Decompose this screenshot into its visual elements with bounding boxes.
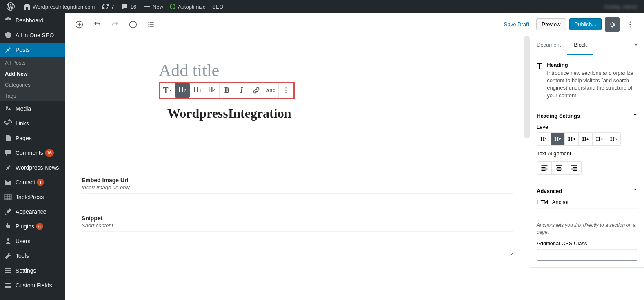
sidebar-item-aio-seo[interactable]: All in One SEO	[0, 28, 65, 43]
updates-count: 7	[111, 4, 114, 10]
outline-button[interactable]	[144, 17, 158, 32]
close-inspector-button[interactable]: ✕	[628, 36, 644, 55]
submenu-all-posts[interactable]: All Posts	[0, 57, 65, 68]
embed-image-hint: Insert Image url only	[82, 184, 513, 190]
link-button[interactable]	[249, 83, 264, 98]
sidebar-item-media[interactable]: Media	[0, 101, 65, 116]
block-more-button[interactable]	[279, 83, 293, 98]
sidebar-item-users[interactable]: Users	[0, 234, 65, 249]
shield-icon	[4, 31, 12, 39]
seo-link[interactable]: SEO	[209, 0, 227, 13]
editor-body[interactable]: Add title T H2 H3 H4 B I ABC	[65, 36, 530, 300]
info-button[interactable]	[126, 17, 140, 32]
sidebar-item-plugins[interactable]: Plugins6	[0, 219, 65, 234]
media-icon	[4, 105, 12, 113]
settings-gear-button[interactable]	[605, 17, 620, 32]
heading-block[interactable]: WordpressIntegration	[159, 99, 436, 128]
autoptimize-link[interactable]: Autoptimize	[167, 0, 209, 13]
submenu-tags[interactable]: Tags	[0, 90, 65, 101]
svg-point-6	[629, 21, 631, 22]
level-label: Level	[537, 124, 637, 130]
sidebar-item-contact[interactable]: Contact1	[0, 175, 65, 190]
autoptimize-icon	[170, 4, 175, 9]
preview-button[interactable]: Preview	[536, 18, 566, 30]
tab-document[interactable]: Document	[530, 36, 567, 55]
more-options-button[interactable]	[623, 17, 637, 32]
align-left-button[interactable]	[537, 162, 552, 174]
sidebar-item-pages[interactable]: Pages	[0, 131, 65, 146]
alignment-label: Text Alignment	[537, 150, 637, 157]
bold-button[interactable]: B	[220, 83, 234, 98]
sidebar-item-links[interactable]: Links	[0, 116, 65, 131]
sidebar-label: Appearance	[16, 208, 47, 215]
undo-button[interactable]	[90, 17, 104, 32]
level-h4-button[interactable]: H4	[579, 133, 593, 145]
heading-level-group: H1 H2 H3 H4 H5 H6	[537, 132, 621, 146]
table-icon	[4, 193, 12, 201]
sidebar-item-dashboard[interactable]: Dashboard	[0, 13, 65, 28]
block-description-panel: T Heading Introduce new sections and org…	[530, 55, 644, 106]
align-center-button[interactable]	[552, 162, 566, 174]
level-h5-button[interactable]: H5	[593, 133, 606, 145]
updates-link[interactable]: 7	[98, 0, 117, 13]
embed-image-field: Embed Image Url Insert Image url only	[82, 177, 513, 205]
sidebar-item-tablepress[interactable]: TablePress	[0, 190, 65, 204]
comments-link[interactable]: 16	[117, 0, 139, 13]
comments-badge: 16	[45, 149, 54, 157]
add-block-button[interactable]	[72, 17, 87, 32]
block-type-help: Introduce new sections and organize cont…	[547, 69, 637, 99]
italic-button[interactable]: I	[234, 83, 249, 98]
wp-logo[interactable]	[3, 0, 20, 13]
site-name-link[interactable]: WordpressIntegration.com	[20, 0, 98, 13]
submenu-categories[interactable]: Categories	[0, 79, 65, 90]
sidebar-label: Contact	[16, 179, 35, 186]
heading-block-icon: T	[537, 62, 542, 72]
advanced-header[interactable]: Advanced ⌃	[537, 188, 637, 194]
redo-button[interactable]	[108, 17, 122, 32]
heading-h2-button[interactable]: H2	[175, 83, 190, 98]
update-icon	[101, 2, 109, 11]
publish-button[interactable]: Publish...	[569, 18, 602, 30]
sidebar-label: Custom Fields	[16, 282, 52, 289]
sidebar-item-tools[interactable]: Tools	[0, 249, 65, 263]
embed-image-input[interactable]	[82, 193, 513, 205]
heading-text[interactable]: WordpressIntegration	[167, 106, 428, 121]
advanced-panel: Advanced ⌃ HTML Anchor Anchors lets you …	[530, 181, 644, 268]
user-greeting[interactable]: Howdy, Admin	[601, 0, 641, 13]
transform-block-button[interactable]: T	[160, 83, 175, 98]
save-draft-button[interactable]: Save Draft	[500, 19, 533, 30]
link-icon	[4, 119, 12, 128]
sidebar-label: Tools	[16, 253, 29, 259]
snippet-textarea[interactable]	[82, 231, 513, 255]
sidebar-item-wpnews[interactable]: Wordpress News	[0, 160, 65, 175]
align-right-button[interactable]	[566, 162, 581, 174]
heading-h4-button[interactable]: H4	[204, 83, 219, 98]
submenu-add-new[interactable]: Add New	[0, 68, 65, 79]
svg-point-7	[629, 24, 631, 25]
level-h6-button[interactable]: H6	[606, 133, 620, 145]
heading-h3-button[interactable]: H3	[190, 83, 204, 98]
sidebar-item-comments[interactable]: Comments16	[0, 146, 65, 160]
sidebar-label: Posts	[16, 47, 30, 53]
level-h2-button[interactable]: H2	[551, 133, 565, 145]
sidebar-item-appearance[interactable]: Appearance	[0, 204, 65, 219]
sliders-icon	[4, 266, 12, 275]
alignment-group	[537, 161, 582, 175]
level-h3-button[interactable]: H3	[565, 133, 579, 145]
scrollbar[interactable]	[524, 36, 530, 138]
html-anchor-input[interactable]	[537, 208, 637, 219]
css-class-input[interactable]	[537, 249, 637, 261]
post-title-input[interactable]: Add title	[159, 60, 436, 80]
sidebar-item-settings[interactable]: Settings	[0, 263, 65, 278]
sidebar-item-custom-fields[interactable]: Custom Fields	[0, 278, 65, 293]
sidebar-label: Plugins	[16, 223, 34, 230]
strikethrough-button[interactable]: ABC	[264, 83, 278, 98]
svg-point-1	[7, 238, 9, 241]
level-h1-button[interactable]: H1	[537, 133, 551, 145]
heading-settings-header[interactable]: Heading Settings ⌃	[537, 113, 637, 119]
tab-block[interactable]: Block	[567, 36, 593, 55]
sidebar-label: Comments	[16, 150, 43, 156]
sidebar-item-posts[interactable]: Posts	[0, 43, 65, 57]
new-content-link[interactable]: New	[140, 0, 167, 13]
svg-point-9	[285, 87, 286, 89]
